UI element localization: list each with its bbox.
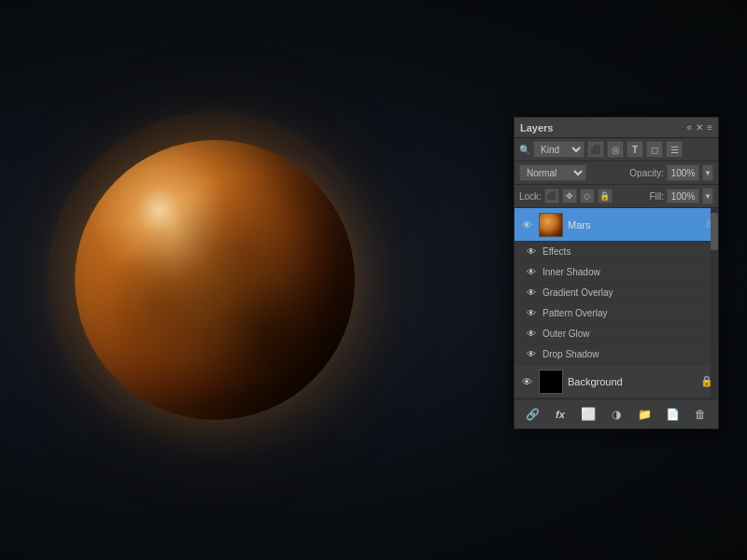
effects-group: 👁 Effects 👁 Inner Shadow 👁 Gradient Over… [514, 242, 718, 365]
effect-drop-shadow-visibility[interactable]: 👁 [524, 347, 539, 362]
mars-planet-container [75, 140, 355, 420]
adjustment-filter-btn[interactable]: ◎ [607, 141, 624, 158]
blend-mode-row: Normal Opacity: 100% ▼ [514, 161, 718, 185]
effect-inner-shadow[interactable]: 👁 Inner Shadow [514, 262, 718, 283]
lock-all-btn[interactable]: 🔒 [598, 189, 613, 203]
pixel-filter-btn[interactable]: ⬛ [587, 141, 604, 158]
opacity-dropdown[interactable]: ▼ [702, 164, 713, 181]
effect-outer-glow[interactable]: 👁 Outer Glow [514, 324, 718, 344]
effect-inner-shadow-visibility[interactable]: 👁 [524, 265, 539, 280]
lock-label: Lock: [519, 191, 542, 202]
effect-inner-shadow-label: Inner Shadow [543, 267, 600, 277]
kind-select[interactable]: Kind [533, 141, 585, 158]
panel-controls: « ✕ ≡ [687, 123, 712, 133]
delete-layer-btn[interactable]: 🗑 [691, 405, 710, 424]
fill-value[interactable]: 100% [667, 189, 699, 203]
effect-outer-glow-visibility[interactable]: 👁 [524, 327, 539, 342]
effect-pattern-overlay-label: Pattern Overlay [543, 308, 607, 318]
layer-mars[interactable]: 👁 Mars fx [514, 208, 718, 242]
mars-sphere [75, 140, 355, 420]
effect-drop-shadow-label: Drop Shadow [543, 349, 599, 359]
panel-title: Layers [520, 122, 553, 133]
effect-gradient-overlay[interactable]: 👁 Gradient Overlay [514, 283, 718, 303]
panel-menu-btn[interactable]: ≡ [707, 123, 712, 133]
panel-collapse-btn[interactable]: « [687, 123, 693, 133]
panel-close-btn[interactable]: ✕ [696, 123, 703, 133]
new-group-btn[interactable]: 📁 [635, 405, 654, 424]
smartobj-filter-btn[interactable]: ☰ [666, 141, 683, 158]
new-layer-btn[interactable]: 📄 [663, 405, 682, 424]
add-adjustment-btn[interactable]: ◑ [607, 405, 626, 424]
layers-scrollbar[interactable] [711, 208, 718, 399]
layers-panel: Layers « ✕ ≡ 🔍 Kind ⬛ ◎ T ◻ ☰ Normal Opa… [514, 117, 719, 429]
panel-titlebar: Layers « ✕ ≡ [514, 118, 718, 138]
effects-visibility[interactable]: 👁 [524, 245, 539, 259]
add-mask-btn[interactable]: ⬜ [579, 405, 598, 424]
effects-header[interactable]: 👁 Effects [514, 242, 718, 262]
bottom-toolbar: 🔗 fx ⬜ ◑ 📁 📄 🗑 [514, 399, 718, 428]
fill-label: Fill: [649, 191, 664, 202]
link-layers-btn[interactable]: 🔗 [523, 405, 542, 424]
layer-background[interactable]: 👁 Background 🔒 [514, 365, 718, 399]
layer-background-name: Background [568, 376, 697, 387]
lock-move-btn[interactable]: ✥ [562, 189, 577, 203]
opacity-label: Opacity: [629, 168, 664, 178]
effect-outer-glow-label: Outer Glow [543, 329, 590, 339]
lock-fill-row: Lock: ⬛ ✥ ◇ 🔒 Fill: 100% ▼ [514, 185, 718, 208]
opacity-value[interactable]: 100% [667, 164, 699, 181]
lock-pixels-btn[interactable]: ⬛ [544, 189, 559, 203]
layer-background-thumb [539, 370, 563, 394]
blend-mode-select[interactable]: Normal [519, 164, 586, 181]
effect-gradient-overlay-label: Gradient Overlay [543, 287, 613, 298]
shape-filter-btn[interactable]: ◻ [646, 141, 663, 158]
scrollbar-thumb[interactable] [711, 213, 718, 250]
layer-background-visibility[interactable]: 👁 [519, 374, 534, 389]
search-icon: 🔍 [519, 145, 530, 155]
layer-mars-visibility[interactable]: 👁 [519, 217, 534, 232]
layer-mars-thumb [539, 213, 563, 237]
add-fx-btn[interactable]: fx [551, 405, 570, 424]
layers-scroll-area: 👁 Mars fx 👁 Effects 👁 Inner Shadow 👁 Gra… [514, 208, 718, 399]
layer-mars-name: Mars [568, 219, 706, 231]
text-filter-btn[interactable]: T [627, 141, 643, 158]
effects-label: Effects [543, 246, 571, 257]
effect-drop-shadow[interactable]: 👁 Drop Shadow [514, 344, 718, 365]
fill-dropdown[interactable]: ▼ [702, 188, 713, 204]
lock-artboard-btn[interactable]: ◇ [580, 189, 595, 203]
effect-gradient-overlay-visibility[interactable]: 👁 [524, 286, 539, 301]
effect-pattern-overlay[interactable]: 👁 Pattern Overlay [514, 303, 718, 324]
effect-pattern-overlay-visibility[interactable]: 👁 [524, 306, 539, 321]
kind-filter-row: 🔍 Kind ⬛ ◎ T ◻ ☰ [514, 138, 718, 161]
